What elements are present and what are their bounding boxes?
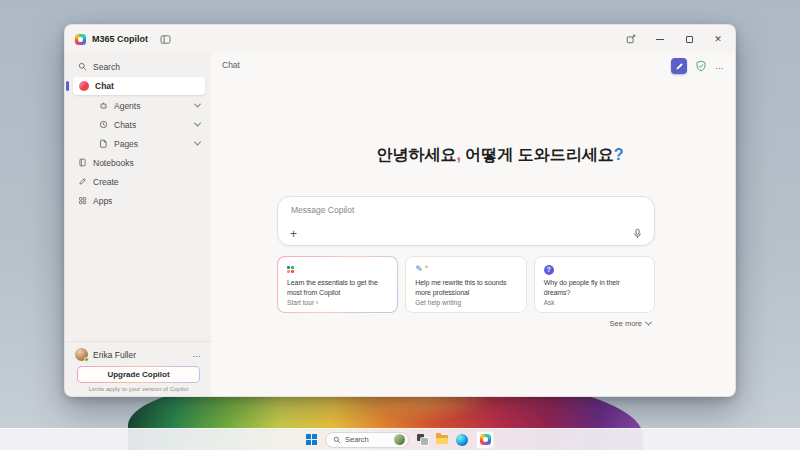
task-view-icon[interactable] [417,434,428,445]
chat-icon [79,81,89,91]
chats-icon [99,120,108,129]
search-icon [333,436,341,444]
sidebar-pages-label: Pages [114,139,138,149]
app-title: M365 Copilot [92,34,148,44]
maximize-button[interactable] [682,32,696,46]
account-row[interactable]: Erika Fuller … [75,348,202,361]
selected-indicator [66,81,69,91]
greeting-part2: 어떻게 도와드리세요 [461,146,614,163]
notebooks-icon [78,158,87,167]
mic-icon [632,228,643,239]
copilot-logo-icon [75,34,86,45]
sidebar-item-apps[interactable]: Apps [65,191,211,210]
sidebar-item-notebooks[interactable]: Notebooks [65,153,211,172]
taskbar: Search [0,428,800,450]
chevron-down-icon[interactable] [194,139,201,146]
sidebar-item-create[interactable]: Create [65,172,211,191]
avatar[interactable] [75,348,88,361]
message-composer: + [277,196,655,246]
sidebar-item-pages[interactable]: Pages [65,134,211,153]
see-more-label: See more [609,319,642,328]
sidebar: Search Chat [65,53,211,396]
essentials-grid-icon [287,266,294,273]
sidebar-create-label: Create [93,177,119,187]
sidebar-search[interactable]: Search [65,57,211,76]
question-icon: ? [544,265,554,275]
get-help-writing-link[interactable]: Get help writing [415,299,461,306]
rewrite-pen-icon: ✎ [415,265,423,274]
ask-link[interactable]: Ask [544,299,555,306]
suggestion-card-rewrite[interactable]: ✎ ✦ Help me rewrite this to sounds more … [405,256,526,313]
greeting-question-mark: ? [614,146,624,163]
start-tour-link[interactable]: Start tour › [287,299,318,306]
open-new-window-icon[interactable] [624,32,638,46]
pages-icon [99,139,108,148]
message-input[interactable] [291,205,641,215]
sparkle-icon: ✦ [424,264,429,270]
agents-icon [99,101,108,110]
edge-icon[interactable] [456,434,468,446]
search-icon [78,62,87,71]
account-name: Erika Fuller [93,350,136,360]
taskbar-copilot-app-active[interactable] [476,431,494,449]
copilot-logo-icon [480,434,491,445]
upgrade-copilot-button[interactable]: Upgrade Copilot [77,366,200,383]
account-section: Erika Fuller … Upgrade Copilot Limits ap… [65,341,211,396]
chevron-down-icon[interactable] [194,120,201,127]
presence-online-icon [84,357,89,362]
mic-button[interactable] [632,228,643,239]
page-title: Chat [222,60,240,70]
titlebar: M365 Copilot ✕ [65,25,735,53]
sidebar-notebooks-label: Notebooks [93,158,134,168]
sidebar-chat-label: Chat [95,81,114,91]
sidebar-search-label: Search [93,62,120,72]
greeting-text: 안녕하세요, 어떻게 도와드리세요? [311,145,689,166]
new-chat-icon [675,62,684,71]
limits-note: Limits apply to your version of Copilot [75,386,202,392]
file-explorer-icon[interactable] [436,435,448,444]
suggestion-card-dreams[interactable]: ? Why do people fly in their dreams? Ask [534,256,655,313]
search-highlight-thumbnail [394,434,405,445]
chevron-down-icon [645,319,652,326]
create-icon [78,177,87,186]
sidebar-agents-label: Agents [114,101,140,111]
windows-start-icon[interactable] [306,434,317,445]
greeting-part1: 안녕하세요 [376,146,456,163]
close-button[interactable]: ✕ [711,32,725,46]
see-more-button[interactable]: See more [609,319,651,328]
desktop: M365 Copilot ✕ [0,0,800,450]
card-title: Learn the essentials to get the most fro… [287,278,388,298]
protection-status-button[interactable] [695,60,707,72]
shield-check-icon [695,60,707,72]
apps-icon [78,196,87,205]
new-chat-button[interactable] [671,58,687,74]
suggestion-card-learn[interactable]: Learn the essentials to get the most fro… [277,256,398,313]
main-content: Chat … 안녕하세 [211,53,735,396]
card-title: Why do people fly in their dreams? [544,278,645,298]
suggestion-cards: Learn the essentials to get the most fro… [277,256,655,313]
minimize-button[interactable] [653,32,667,46]
sidebar-item-chat[interactable]: Chat [73,77,205,95]
account-more-button[interactable]: … [192,350,202,359]
main-more-button[interactable]: … [715,62,725,71]
taskbar-search[interactable]: Search [325,432,409,448]
sidebar-item-agents[interactable]: Agents [65,96,211,115]
attach-plus-button[interactable]: + [290,228,297,240]
chevron-down-icon[interactable] [194,101,201,108]
taskbar-search-label: Search [345,435,369,444]
card-title: Help me rewrite this to sounds more prof… [415,278,516,298]
sidebar-toggle-icon[interactable] [160,35,171,44]
sidebar-chats-label: Chats [114,120,136,130]
sidebar-apps-label: Apps [93,196,112,206]
sidebar-item-chats[interactable]: Chats [65,115,211,134]
copilot-app-window: M365 Copilot ✕ [64,24,736,397]
